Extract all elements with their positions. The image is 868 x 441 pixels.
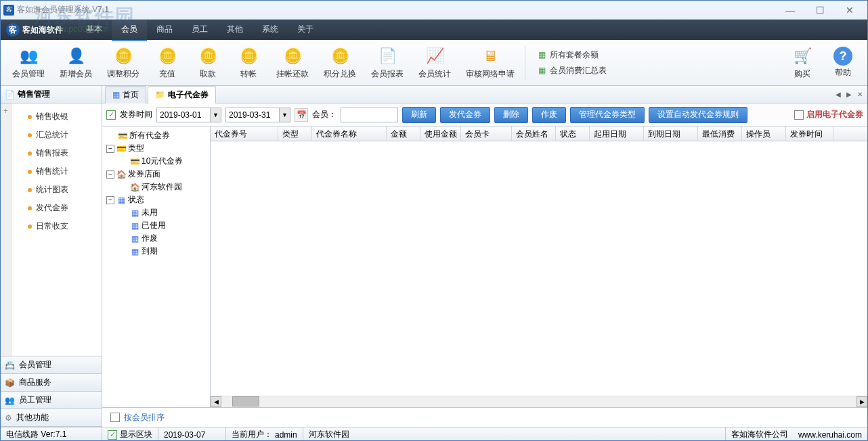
enable-ecoupon-checkbox[interactable] bbox=[794, 110, 804, 120]
member-input[interactable] bbox=[341, 108, 398, 122]
scroll-thumb[interactable] bbox=[232, 396, 259, 407]
grid-body[interactable] bbox=[211, 141, 867, 396]
toolbar-side-link-0[interactable]: ▦所有套餐余额 bbox=[534, 48, 609, 62]
filter-button-1[interactable]: 发代金券 bbox=[440, 107, 490, 123]
bottom-nav-3[interactable]: ⚙其他功能 bbox=[1, 409, 102, 427]
grid-col-4[interactable]: 使用金额 bbox=[420, 126, 461, 141]
tree-node-3[interactable]: −🏠发券店面 bbox=[105, 168, 207, 181]
bottom-nav-1[interactable]: 📦商品服务 bbox=[1, 374, 102, 392]
toolbar-right-0[interactable]: 🛒购买 bbox=[782, 42, 823, 83]
grid-col-12[interactable]: 发券时间 bbox=[786, 126, 833, 141]
grid-col-11[interactable]: 操作员 bbox=[742, 126, 786, 141]
scroll-right-arrow[interactable]: ▶ bbox=[856, 396, 867, 407]
toolbar-button-6[interactable]: 🪙挂帐还款 bbox=[269, 42, 316, 83]
grid-col-6[interactable]: 会员姓名 bbox=[512, 126, 556, 141]
scroll-left-arrow[interactable]: ◀ bbox=[211, 396, 221, 407]
tree-node-1[interactable]: −💳类型 bbox=[105, 142, 207, 155]
horizontal-scrollbar[interactable]: ◀ ▶ bbox=[211, 396, 867, 407]
grid-col-8[interactable]: 起用日期 bbox=[590, 126, 644, 141]
menu-item-0[interactable]: 基本 bbox=[77, 19, 112, 41]
grid-col-0[interactable]: 代金券号 bbox=[211, 126, 278, 141]
nav-item-0[interactable]: 销售收银 bbox=[12, 108, 102, 126]
toolbar-button-4[interactable]: 🪙取款 bbox=[188, 42, 228, 83]
tree-node-0[interactable]: 💳所有代金券 bbox=[105, 129, 207, 142]
sort-by-member-checkbox[interactable] bbox=[110, 413, 120, 422]
grid-col-7[interactable]: 状态 bbox=[556, 126, 590, 141]
filter-button-0[interactable]: 刷新 bbox=[402, 107, 436, 123]
menu-item-3[interactable]: 员工 bbox=[182, 19, 217, 41]
date-to-picker[interactable]: ▼ bbox=[225, 108, 290, 122]
right-label-0: 购买 bbox=[794, 68, 810, 80]
tree-node-5[interactable]: −▦状态 bbox=[105, 193, 207, 206]
toolbar-label-1: 新增会员 bbox=[60, 68, 92, 80]
grid-col-1[interactable]: 类型 bbox=[278, 126, 312, 141]
tab-0[interactable]: ▦首页 bbox=[105, 86, 146, 103]
grid-col-5[interactable]: 会员卡 bbox=[461, 126, 512, 141]
nav-item-label-1: 汇总统计 bbox=[36, 129, 68, 141]
toolbar-button-0[interactable]: 👥会员管理 bbox=[5, 42, 52, 83]
minimize-button[interactable]: — bbox=[775, 1, 805, 19]
toolbar-button-5[interactable]: 🪙转帐 bbox=[228, 42, 269, 83]
status-url[interactable]: www.keruhai.com bbox=[798, 430, 862, 440]
grid-col-9[interactable]: 到期日期 bbox=[644, 126, 698, 141]
tree-node-9[interactable]: ▦到期 bbox=[105, 245, 207, 258]
menu-item-5[interactable]: 系统 bbox=[253, 19, 288, 41]
toolbar-button-2[interactable]: 🪙调整积分 bbox=[100, 42, 147, 83]
filter-button-5[interactable]: 设置自动发代金券规则 bbox=[649, 107, 747, 123]
grid-col-10[interactable]: 最低消费 bbox=[698, 126, 742, 141]
toolbar-button-7[interactable]: 🪙积分兑换 bbox=[316, 42, 364, 83]
date-from-picker[interactable]: ▼ bbox=[156, 108, 221, 122]
menu-item-4[interactable]: 其他 bbox=[217, 19, 253, 41]
tab-1[interactable]: 📁电子代金券 bbox=[148, 86, 216, 103]
menu-item-2[interactable]: 商品 bbox=[147, 19, 182, 41]
tree-node-2[interactable]: 💳10元代金券 bbox=[105, 155, 207, 168]
filter-button-2[interactable]: 删除 bbox=[494, 107, 528, 123]
filter-button-4[interactable]: 管理代金券类型 bbox=[570, 107, 645, 123]
toolbar-button-10[interactable]: 🖥审核网络申请 bbox=[458, 42, 522, 83]
bottom-nav-2[interactable]: 👥员工管理 bbox=[1, 392, 102, 409]
date-to-input[interactable] bbox=[226, 108, 279, 122]
nav-item-3[interactable]: 销售统计 bbox=[12, 162, 102, 181]
bottom-nav-icon-0: 📇 bbox=[5, 361, 15, 370]
toolbar-side-link-1[interactable]: ▦会员消费汇总表 bbox=[534, 64, 609, 78]
add-tab-button[interactable]: + bbox=[1, 103, 12, 356]
grid-col-3[interactable]: 金额 bbox=[387, 126, 420, 141]
tab-label-0: 首页 bbox=[123, 89, 139, 101]
tab-icon-0: ▦ bbox=[112, 90, 120, 99]
status-show-block[interactable]: ✓ 显示区块 bbox=[102, 427, 158, 441]
tab-prev-button[interactable]: ◀ bbox=[833, 90, 843, 99]
toolbar-button-9[interactable]: 📈会员统计 bbox=[411, 42, 458, 83]
nav-item-5[interactable]: 发代金券 bbox=[12, 199, 102, 217]
tree-node-7[interactable]: ▦已使用 bbox=[105, 219, 207, 232]
nav-item-6[interactable]: 日常收支 bbox=[12, 217, 102, 235]
menu-item-1[interactable]: 会员 bbox=[112, 19, 147, 41]
filter-button-3[interactable]: 作废 bbox=[532, 107, 566, 123]
menu-item-6[interactable]: 关于 bbox=[288, 19, 323, 41]
tree-expander-3[interactable]: − bbox=[106, 170, 114, 179]
date-filter-checkbox[interactable]: ✓ bbox=[106, 110, 116, 120]
date-to-dropdown[interactable]: ▼ bbox=[279, 108, 290, 122]
panel-header-sales[interactable]: 📄 销售管理 bbox=[1, 86, 102, 103]
nav-item-1[interactable]: 汇总统计 bbox=[12, 126, 102, 144]
tab-close-button[interactable]: ✕ bbox=[855, 90, 865, 99]
toolbar-button-1[interactable]: 👤新增会员 bbox=[52, 42, 100, 83]
toolbar-button-8[interactable]: 📄会员报表 bbox=[364, 42, 411, 83]
date-from-input[interactable] bbox=[157, 108, 210, 122]
close-button[interactable]: ✕ bbox=[835, 1, 865, 19]
tree-node-4[interactable]: 🏠河东软件园 bbox=[105, 181, 207, 193]
toolbar-button-3[interactable]: 🪙充值 bbox=[147, 42, 188, 83]
show-block-checkbox[interactable]: ✓ bbox=[108, 430, 117, 440]
nav-item-4[interactable]: 统计图表 bbox=[12, 181, 102, 199]
bottom-nav-0[interactable]: 📇会员管理 bbox=[1, 356, 102, 374]
toolbar-right-1[interactable]: ?帮助 bbox=[823, 43, 863, 82]
tree-expander-1[interactable]: − bbox=[106, 145, 114, 153]
calendar-icon[interactable]: 📅 bbox=[295, 108, 308, 122]
date-from-dropdown[interactable]: ▼ bbox=[210, 108, 221, 122]
tree-node-6[interactable]: ▦未用 bbox=[105, 206, 207, 219]
tree-node-8[interactable]: ▦作废 bbox=[105, 232, 207, 245]
tab-next-button[interactable]: ▶ bbox=[844, 90, 854, 99]
maximize-button[interactable]: ☐ bbox=[805, 1, 835, 19]
tree-expander-5[interactable]: − bbox=[106, 196, 114, 204]
nav-item-2[interactable]: 销售报表 bbox=[12, 144, 102, 162]
grid-col-2[interactable]: 代金券名称 bbox=[312, 126, 387, 141]
